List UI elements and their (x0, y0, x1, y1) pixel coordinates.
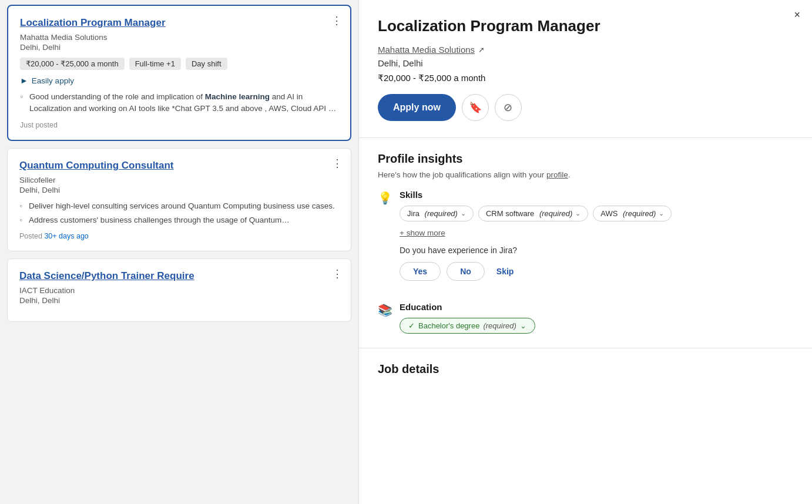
card-1-tag-type: Full-time +1 (129, 58, 181, 70)
close-button[interactable]: × (794, 9, 800, 20)
job-card-3[interactable]: ⋮ Data Science/Python Trainer Require IA… (7, 258, 351, 322)
job-card-1[interactable]: ⋮ Localization Program Manager Mahatta M… (7, 5, 351, 141)
education-badge[interactable]: ✓ Bachelor's degree (required) ⌄ (400, 318, 535, 334)
jira-question: Do you have experience in Jira? (400, 246, 793, 255)
detail-job-title: Localization Program Manager (378, 16, 793, 36)
check-icon: ✓ (408, 321, 415, 330)
card-2-days-highlight: 30+ days ago (44, 232, 88, 240)
skills-content: Skills Jira (required) ⌄ CRM software (r… (400, 190, 793, 293)
profile-insights-subtitle: Here's how the job qualifications align … (378, 170, 793, 179)
job-card-2[interactable]: ⋮ Quantum Computing Consultant Silicofel… (7, 148, 351, 252)
edu-chevron: ⌄ (520, 321, 526, 330)
external-link-icon: ➚ (478, 45, 485, 54)
skill-aws-qualifier: (required) (620, 209, 656, 218)
profile-link[interactable]: profile (546, 170, 568, 179)
yes-no-row: Yes No Skip (400, 262, 793, 281)
education-content: Education ✓ Bachelor's degree (required)… (400, 302, 535, 334)
card-1-company: Mahatta Media Solutions (20, 33, 338, 42)
card-1-title[interactable]: Localization Program Manager (20, 16, 338, 29)
job-detail-panel: × Localization Program Manager Mahatta M… (358, 0, 812, 504)
card-3-menu-icon[interactable]: ⋮ (332, 268, 343, 279)
detail-company[interactable]: Mahatta Media Solutions (378, 45, 475, 55)
skill-crm[interactable]: CRM software (required) ⌄ (478, 206, 588, 221)
save-button[interactable]: 🔖 (462, 94, 489, 121)
skills-label: Skills (400, 190, 793, 200)
education-icon: 📚 (378, 303, 392, 317)
edu-badge-qualifier: (required) (483, 321, 516, 330)
skill-jira-qualifier: (required) (422, 209, 458, 218)
skip-button[interactable]: Skip (491, 262, 520, 281)
skill-aws-chevron: ⌄ (659, 210, 664, 217)
subtitle-end: . (568, 170, 571, 179)
card-1-tag-salary: ₹20,000 - ₹25,000 a month (20, 58, 125, 70)
yes-button[interactable]: Yes (400, 262, 441, 281)
card-3-location: Delhi, Delhi (19, 296, 339, 305)
show-more-link[interactable]: + show more (400, 229, 445, 237)
card-2-title[interactable]: Quantum Computing Consultant (19, 159, 339, 172)
education-label: Education (400, 302, 535, 312)
card-1-menu-icon[interactable]: ⋮ (331, 15, 342, 26)
action-buttons-row: Apply now 🔖 ⊘ (378, 94, 793, 121)
easily-apply-icon: ► (20, 76, 28, 85)
section-divider-2 (359, 348, 812, 348)
card-3-title[interactable]: Data Science/Python Trainer Require (19, 270, 339, 283)
card-2-description: Deliver high-level consulting services a… (19, 200, 339, 227)
profile-insights-title: Profile insights (378, 152, 793, 166)
card-1-description: Good understanding of the role and impli… (20, 91, 338, 115)
card-2-menu-icon[interactable]: ⋮ (332, 158, 343, 169)
apply-now-button[interactable]: Apply now (378, 94, 456, 121)
card-2-desc-item-2: Address customers' business challenges t… (19, 214, 339, 226)
skills-icon: 💡 (378, 191, 392, 205)
card-1-easily-apply: ► Easily apply (20, 76, 338, 85)
edu-badge-text: Bachelor's degree (418, 321, 479, 330)
not-interested-icon: ⊘ (504, 101, 512, 114)
card-1-tag-shift: Day shift (186, 58, 227, 70)
card-3-company: IACT Education (19, 286, 339, 295)
detail-salary: ₹20,000 - ₹25,000 a month (378, 73, 793, 83)
card-1-posted: Just posted (20, 121, 338, 129)
skill-crm-name: CRM software (486, 209, 534, 218)
skill-jira[interactable]: Jira (required) ⌄ (400, 206, 474, 221)
bookmark-icon: 🔖 (469, 101, 482, 114)
card-2-location: Delhi, Delhi (19, 186, 339, 194)
detail-location: Delhi, Delhi (378, 58, 793, 68)
card-2-desc-item-1: Deliver high-level consulting services a… (19, 200, 339, 212)
job-details-title: Job details (378, 362, 793, 376)
education-row: 📚 Education ✓ Bachelor's degree (require… (378, 302, 793, 334)
not-interested-button[interactable]: ⊘ (495, 94, 522, 121)
skills-tags-row: Jira (required) ⌄ CRM software (required… (400, 206, 793, 221)
skill-aws[interactable]: AWS (required) ⌄ (593, 206, 672, 221)
card-1-location: Delhi, Delhi (20, 43, 338, 52)
card-2-company: Silicofeller (19, 176, 339, 184)
job-list-panel: ⋮ Localization Program Manager Mahatta M… (0, 0, 358, 504)
skill-aws-name: AWS (600, 209, 618, 218)
section-divider-1 (359, 137, 812, 138)
detail-company-row: Mahatta Media Solutions ➚ (378, 45, 793, 55)
card-2-posted: Posted 30+ days ago (19, 232, 339, 240)
skill-crm-chevron: ⌄ (575, 210, 581, 217)
card-1-desc-item-1: Good understanding of the role and impli… (20, 91, 338, 115)
skills-row: 💡 Skills Jira (required) ⌄ CRM software … (378, 190, 793, 293)
skill-jira-name: Jira (407, 209, 420, 218)
skill-jira-chevron: ⌄ (461, 210, 466, 217)
card-1-tags: ₹20,000 - ₹25,000 a month Full-time +1 D… (20, 58, 338, 70)
subtitle-start: Here's how the job qualifications align … (378, 170, 546, 179)
card-1-easily-apply-label: Easily apply (32, 76, 74, 85)
skill-crm-qualifier: (required) (537, 209, 572, 218)
no-button[interactable]: No (447, 262, 485, 281)
